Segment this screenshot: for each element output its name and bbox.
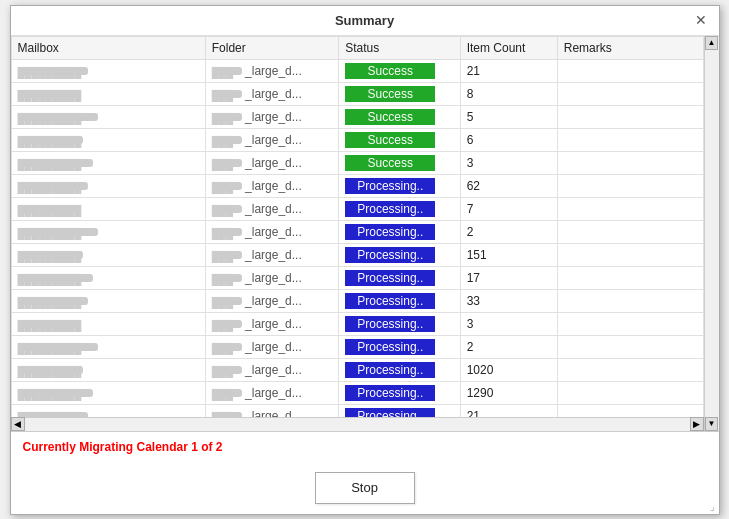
folder-cell: ███ _large_d... [205, 59, 339, 82]
folder-cell: ███ _large_d... [205, 151, 339, 174]
mailbox-cell: █████████ [11, 243, 205, 266]
scroll-left-button[interactable]: ◀ [11, 417, 25, 431]
folder-cell: ███ _large_d... [205, 174, 339, 197]
scroll-down-button[interactable]: ▼ [705, 417, 718, 431]
scroll-right-button[interactable]: ▶ [690, 417, 704, 431]
mailbox-cell: █████████ [11, 289, 205, 312]
remarks-cell [557, 82, 703, 105]
itemcount-cell: 7 [460, 197, 557, 220]
mailbox-cell: █████████ [11, 312, 205, 335]
remarks-cell [557, 59, 703, 82]
mailbox-cell: █████████ [11, 335, 205, 358]
title-bar: Summary ✕ [11, 6, 719, 36]
folder-cell: ███ _large_d... [205, 243, 339, 266]
itemcount-cell: 151 [460, 243, 557, 266]
vertical-scrollbar[interactable]: ▲ ▼ [704, 36, 719, 431]
scroll-track [705, 51, 718, 417]
col-header-folder: Folder [205, 36, 339, 59]
scroll-up-button[interactable]: ▲ [705, 36, 718, 50]
status-cell: Success [339, 151, 460, 174]
remarks-cell [557, 266, 703, 289]
itemcount-cell: 3 [460, 312, 557, 335]
folder-cell: ███ _large_d... [205, 197, 339, 220]
status-cell: Processing.. [339, 243, 460, 266]
summary-dialog: Summary ✕ Mailbox Folder Status Item Cou… [10, 5, 720, 515]
summary-table: Mailbox Folder Status Item Count Remarks… [11, 36, 704, 431]
folder-cell: ███ _large_d... [205, 335, 339, 358]
table-row: ████████████ _large_d...Processing..7 [11, 197, 703, 220]
close-button[interactable]: ✕ [691, 10, 711, 30]
itemcount-cell: 8 [460, 82, 557, 105]
mailbox-cell: █████████ [11, 197, 205, 220]
folder-cell: ███ _large_d... [205, 266, 339, 289]
mailbox-cell: █████████ [11, 151, 205, 174]
remarks-cell [557, 174, 703, 197]
remarks-cell [557, 105, 703, 128]
itemcount-cell: 2 [460, 335, 557, 358]
itemcount-cell: 6 [460, 128, 557, 151]
mailbox-cell: █████████ [11, 266, 205, 289]
folder-cell: ███ _large_d... [205, 82, 339, 105]
remarks-cell [557, 243, 703, 266]
status-cell: Success [339, 82, 460, 105]
itemcount-cell: 33 [460, 289, 557, 312]
status-cell: Processing.. [339, 358, 460, 381]
hscroll-track [25, 419, 690, 429]
table-row: ████████████ _large_d...Processing..2 [11, 220, 703, 243]
stop-button[interactable]: Stop [315, 472, 415, 504]
status-cell: Processing.. [339, 197, 460, 220]
mailbox-cell: █████████ [11, 59, 205, 82]
resize-handle[interactable]: ⌟ [710, 501, 715, 512]
status-cell: Processing.. [339, 174, 460, 197]
horizontal-scrollbar[interactable]: ◀ ▶ [11, 417, 704, 431]
status-cell: Processing.. [339, 220, 460, 243]
col-header-itemcount: Item Count [460, 36, 557, 59]
itemcount-cell: 21 [460, 59, 557, 82]
table-row: ████████████ _large_d...Processing..3 [11, 312, 703, 335]
table-container: Mailbox Folder Status Item Count Remarks… [11, 36, 719, 432]
remarks-cell [557, 335, 703, 358]
status-bar: Currently Migrating Calendar 1 of 2 [11, 432, 719, 462]
itemcount-cell: 17 [460, 266, 557, 289]
remarks-cell [557, 128, 703, 151]
table-row: ████████████ _large_d...Processing..1020 [11, 358, 703, 381]
table-row: ████████████ _large_d...Success8 [11, 82, 703, 105]
remarks-cell [557, 381, 703, 404]
dialog-title: Summary [335, 13, 394, 28]
remarks-cell [557, 289, 703, 312]
mailbox-cell: █████████ [11, 105, 205, 128]
remarks-cell [557, 220, 703, 243]
col-header-remarks: Remarks [557, 36, 703, 59]
itemcount-cell: 5 [460, 105, 557, 128]
table-row: ████████████ _large_d...Success6 [11, 128, 703, 151]
status-cell: Success [339, 105, 460, 128]
mailbox-cell: █████████ [11, 358, 205, 381]
remarks-cell [557, 197, 703, 220]
itemcount-cell: 62 [460, 174, 557, 197]
table-row: ████████████ _large_d...Success21 [11, 59, 703, 82]
itemcount-cell: 1020 [460, 358, 557, 381]
table-row: ████████████ _large_d...Processing..33 [11, 289, 703, 312]
mailbox-cell: █████████ [11, 174, 205, 197]
remarks-cell [557, 358, 703, 381]
remarks-cell [557, 151, 703, 174]
col-header-status: Status [339, 36, 460, 59]
table-row: ████████████ _large_d...Processing..17 [11, 266, 703, 289]
status-cell: Success [339, 128, 460, 151]
itemcount-cell: 2 [460, 220, 557, 243]
status-cell: Success [339, 59, 460, 82]
itemcount-cell: 1290 [460, 381, 557, 404]
table-row: ████████████ _large_d...Processing..1290 [11, 381, 703, 404]
footer: Stop [11, 462, 719, 514]
folder-cell: ███ _large_d... [205, 105, 339, 128]
status-cell: Processing.. [339, 335, 460, 358]
table-row: ████████████ _large_d...Processing..151 [11, 243, 703, 266]
folder-cell: ███ _large_d... [205, 358, 339, 381]
folder-cell: ███ _large_d... [205, 128, 339, 151]
itemcount-cell: 3 [460, 151, 557, 174]
mailbox-cell: █████████ [11, 128, 205, 151]
table-row: ████████████ _large_d...Processing..62 [11, 174, 703, 197]
mailbox-cell: █████████ [11, 82, 205, 105]
folder-cell: ███ _large_d... [205, 312, 339, 335]
table-row: ████████████ _large_d...Processing..2 [11, 335, 703, 358]
